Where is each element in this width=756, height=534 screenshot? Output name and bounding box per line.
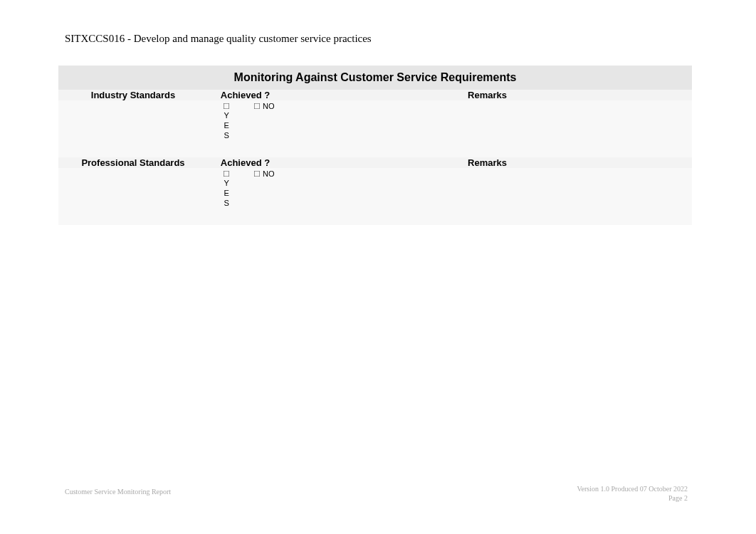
yes-s: S (209, 131, 244, 141)
yes-label: Y E S (209, 111, 244, 140)
yes-y: Y (209, 179, 244, 189)
monitoring-table: Monitoring Against Customer Service Requ… (58, 66, 692, 225)
industry-standards-cell (58, 100, 208, 157)
table-title: Monitoring Against Customer Service Requ… (58, 66, 692, 90)
industry-remarks-cell (283, 100, 692, 157)
remarks-header-1: Remarks (283, 90, 692, 100)
professional-standards-cell (58, 168, 208, 225)
yes-e: E (209, 189, 244, 199)
professional-remarks-cell (283, 168, 692, 225)
remarks-header-2: Remarks (283, 157, 692, 168)
industry-achieved-options: ☐ Y E S ☐ NO (208, 100, 283, 142)
yes-y: Y (209, 111, 244, 121)
yes-e: E (209, 121, 244, 131)
footer-version: Version 1.0 Produced 07 October 2022 (577, 485, 688, 494)
achieved-header-2: Achieved ? (208, 157, 283, 168)
footer-left: Customer Service Monitoring Report (65, 488, 171, 496)
checkbox-icon[interactable]: ☐ (223, 102, 230, 110)
footer-page: Page 2 (577, 494, 688, 503)
professional-body-row: ☐ Y E S ☐ NO (58, 168, 692, 225)
yes-label: Y E S (209, 179, 244, 208)
table-title-row: Monitoring Against Customer Service Requ… (58, 66, 692, 90)
footer-right: Version 1.0 Produced 07 October 2022 Pag… (577, 485, 688, 503)
professional-achieved-cell: ☐ Y E S ☐ NO (208, 168, 283, 225)
professional-standards-header: Professional Standards (58, 157, 208, 168)
industry-standards-header: Industry Standards (58, 90, 208, 100)
professional-header-row: Professional Standards Achieved ? Remark… (58, 157, 692, 168)
checkbox-icon[interactable]: ☐ (223, 169, 230, 178)
no-label: NO (263, 169, 275, 178)
achieved-header-1: Achieved ? (208, 90, 283, 100)
industry-body-row: ☐ Y E S ☐ NO (58, 100, 692, 157)
course-title: SITXCCS016 - Develop and manage quality … (65, 33, 372, 45)
industry-header-row: Industry Standards Achieved ? Remarks (58, 90, 692, 100)
checkbox-icon[interactable]: ☐ (253, 169, 261, 178)
no-label: NO (263, 102, 275, 110)
yes-s: S (209, 199, 244, 209)
checkbox-icon[interactable]: ☐ (253, 102, 261, 110)
monitoring-table-container: Monitoring Against Customer Service Requ… (58, 66, 692, 225)
industry-achieved-cell: ☐ Y E S ☐ NO (208, 100, 283, 157)
professional-achieved-options: ☐ Y E S ☐ NO (208, 168, 283, 209)
